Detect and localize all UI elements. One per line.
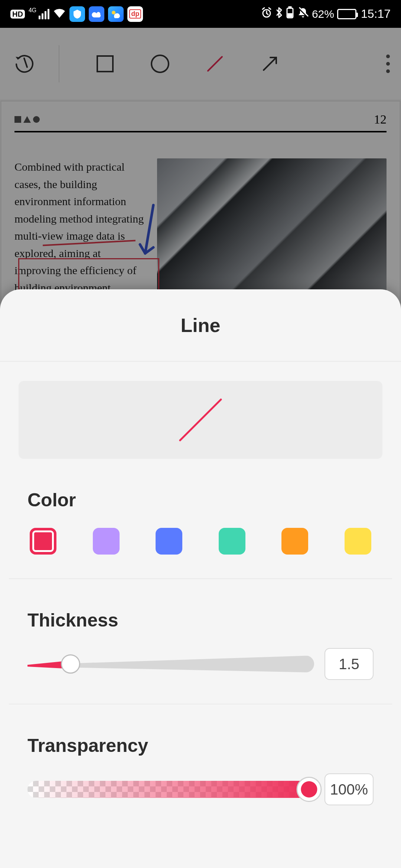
cellular-signal-icon [39,9,49,19]
wifi-icon [53,8,66,20]
battery-percent: 62% [312,8,334,20]
battery-icon: ✦ [337,9,356,19]
app-chip-1 [69,6,85,22]
color-heading: Color [27,489,374,511]
svg-rect-3 [289,7,291,8]
divider [9,704,392,704]
mute-icon [297,7,309,21]
svg-point-0 [112,11,115,14]
app-chip-2 [89,6,104,22]
transparency-slider-thumb[interactable] [296,777,322,802]
color-swatch-teal[interactable] [219,528,245,555]
network-type: 4G [29,7,36,14]
app-chip-3 [108,6,124,22]
status-bar: HD 4G dp 62% [0,0,401,28]
thickness-heading: Thickness [27,609,374,631]
color-swatch-yellow[interactable] [345,528,371,555]
hd-badge: HD [10,10,25,19]
bluetooth-icon [276,7,283,21]
transparency-slider[interactable] [27,781,314,798]
color-swatch-blue[interactable] [156,528,182,555]
transparency-heading: Transparency [27,735,374,756]
thickness-value: 1.5 [325,648,374,680]
battery-saver-icon [286,6,294,22]
sheet-title: Line [0,289,401,362]
thickness-slider-thumb[interactable] [61,654,80,674]
svg-line-12 [180,400,221,440]
line-preview [19,381,382,459]
clock-text: 15:17 [361,7,391,21]
status-right: 62% ✦ 15:17 [261,6,391,22]
status-left: HD 4G dp [10,6,143,22]
color-swatch-row [27,528,374,578]
svg-rect-4 [288,14,292,17]
color-swatch-purple[interactable] [93,528,120,555]
thickness-slider[interactable] [27,655,314,673]
color-swatch-orange[interactable] [281,528,308,555]
line-settings-sheet: Line Color Thickness [0,289,401,868]
app-chip-4: dp [127,6,143,22]
alarm-icon [261,7,273,21]
color-swatch-red[interactable] [30,528,56,555]
transparency-value: 100% [325,773,374,805]
divider [9,578,392,579]
